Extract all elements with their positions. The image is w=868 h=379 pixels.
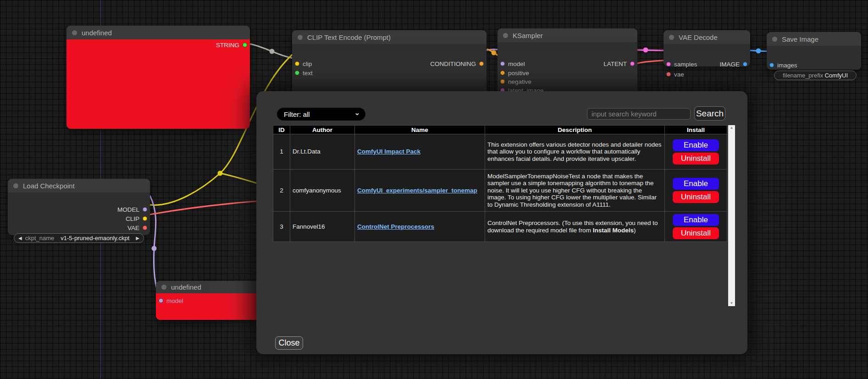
output-slot-conditioning-dot[interactable] xyxy=(479,61,484,66)
table-row: 1 Dr.Lt.Data ComfyUI Impact Pack This ex… xyxy=(273,134,727,170)
node-title-bar[interactable]: VAE Decode xyxy=(663,30,750,44)
node-vae-decode[interactable]: VAE Decode samples vae IMAGE xyxy=(663,30,750,66)
node-collapse-dot[interactable] xyxy=(161,285,166,290)
scroll-down-icon[interactable]: ▼ xyxy=(730,301,734,306)
node-collapse-dot[interactable] xyxy=(72,30,77,35)
node-title-bar[interactable]: KSampler xyxy=(498,28,637,42)
filename-prefix-widget[interactable]: filename_prefix ComfyUI xyxy=(774,71,857,80)
ckpt-prev-icon[interactable]: ◀ xyxy=(18,236,22,241)
input-slot-positive-dot[interactable] xyxy=(500,71,505,75)
node-title: undefined xyxy=(171,283,201,291)
node-title: KSampler xyxy=(513,32,543,39)
output-slot-conditioning-label: CONDITIONING xyxy=(430,60,476,67)
node-title-bar[interactable]: undefined xyxy=(66,26,250,39)
cell-author: Fannovel16 xyxy=(290,212,355,242)
input-slot-model-dot[interactable] xyxy=(159,298,163,303)
input-slot-samples-dot[interactable] xyxy=(666,62,671,66)
close-button[interactable]: Close xyxy=(275,336,303,350)
cell-description: ControlNet Preprocessors. (To use this e… xyxy=(485,212,665,242)
node-title: VAE Decode xyxy=(679,33,718,41)
uninstall-button[interactable]: Uninstall xyxy=(673,191,719,203)
node-title-bar[interactable]: Load Checkpoint xyxy=(8,179,150,192)
ckpt-name-widget[interactable]: ◀ ckpt_name v1-5-pruned-emaonly.ckpt ▶ xyxy=(14,233,144,243)
table-row: 3 Fannovel16 ControlNet Preprocessors Co… xyxy=(273,212,727,242)
search-button[interactable]: Search xyxy=(694,106,725,121)
input-slot-negative-label: negative xyxy=(508,78,531,85)
output-slot-latent-dot[interactable] xyxy=(630,61,635,66)
extension-link[interactable]: ControlNet Preprocessors xyxy=(357,223,434,230)
enable-button[interactable]: Enable xyxy=(673,178,719,190)
extension-link[interactable]: ComfyUI Impact Pack xyxy=(357,148,420,155)
output-slot-model-dot[interactable] xyxy=(143,207,147,212)
enable-button[interactable]: Enable xyxy=(673,214,719,226)
search-input[interactable] xyxy=(587,108,691,120)
node-collapse-dot[interactable] xyxy=(298,35,303,40)
output-slot-clip-dot[interactable] xyxy=(143,216,147,221)
cell-id: 3 xyxy=(273,212,290,242)
enable-button[interactable]: Enable xyxy=(673,139,719,151)
ckpt-widget-value[interactable]: v1-5-pruned-emaonly.ckpt xyxy=(61,235,129,242)
node-title-bar[interactable]: Save Image xyxy=(767,32,861,46)
output-slot-image-label: IMAGE xyxy=(719,61,740,68)
wire-model-dot[interactable] xyxy=(152,246,157,251)
node-undefined-top[interactable]: undefined STRING xyxy=(66,26,250,129)
cell-author: Dr.Lt.Data xyxy=(290,134,355,170)
node-save-image[interactable]: Save Image images filename_prefix ComfyU… xyxy=(767,32,861,70)
uninstall-button[interactable]: Uninstall xyxy=(673,227,719,239)
node-title: Save Image xyxy=(782,35,818,43)
wire-clip-dot[interactable] xyxy=(218,171,223,176)
wire-image-dot[interactable] xyxy=(756,49,761,54)
output-slot-string-label: STRING xyxy=(216,42,239,49)
input-slot-positive-label: positive xyxy=(508,70,529,77)
input-slot-negative-dot[interactable] xyxy=(500,79,505,84)
extensions-table: ID Author Name Description Install 1 Dr.… xyxy=(273,125,727,242)
node-collapse-dot[interactable] xyxy=(13,183,18,188)
filename-prefix-label: filename_prefix xyxy=(783,72,823,79)
output-slot-string-dot[interactable] xyxy=(243,43,247,47)
input-slot-clip-label: clip xyxy=(303,60,312,67)
header-author: Author xyxy=(290,126,355,134)
output-slot-image-dot[interactable] xyxy=(743,62,747,66)
ckpt-next-icon[interactable]: ▶ xyxy=(136,236,139,241)
input-slot-text-label: text xyxy=(303,70,313,77)
input-slot-samples-label: samples xyxy=(674,61,697,68)
output-slot-vae-dot[interactable] xyxy=(143,225,147,230)
input-slot-images-dot[interactable] xyxy=(769,63,774,67)
filename-prefix-value[interactable]: ComfyUI xyxy=(824,72,848,79)
wire-string-dot[interactable] xyxy=(270,49,275,54)
table-row: 2 comfyanonymous ComfyUI_experiments/sam… xyxy=(273,170,727,212)
node-collapse-dot[interactable] xyxy=(503,33,508,38)
input-slot-model-dot[interactable] xyxy=(500,61,505,66)
header-id: ID xyxy=(273,126,290,134)
node-collapse-dot[interactable] xyxy=(669,35,674,40)
input-slot-model-label: model xyxy=(508,60,525,67)
input-slot-images-label: images xyxy=(777,62,797,69)
filter-select[interactable]: Filter: all xyxy=(277,108,365,121)
wire-latent-out[interactable] xyxy=(636,50,667,50)
wire-conditioning-dot[interactable] xyxy=(492,50,497,55)
input-slot-clip-dot[interactable] xyxy=(295,61,299,66)
header-description: Description xyxy=(485,126,665,134)
ckpt-widget-label: ckpt_name xyxy=(25,235,55,242)
extension-link[interactable]: ComfyUI_experiments/sampler_tonemap xyxy=(357,187,477,194)
node-load-checkpoint[interactable]: Load Checkpoint MODEL CLIP VAE ◀ ckpt_na… xyxy=(8,179,150,235)
uninstall-button[interactable]: Uninstall xyxy=(673,153,719,165)
output-slot-clip-label: CLIP xyxy=(126,215,139,222)
node-collapse-dot[interactable] xyxy=(772,37,777,42)
table-scrollbar[interactable]: ▲ ▼ xyxy=(728,125,735,306)
node-title: undefined xyxy=(82,29,112,37)
filter-select-wrap: Filter: all ⌄ xyxy=(277,108,365,121)
cell-id: 1 xyxy=(273,134,290,170)
node-title: CLIP Text Encode (Prompt) xyxy=(307,33,391,41)
cell-id: 2 xyxy=(273,170,290,212)
scroll-up-icon[interactable]: ▲ xyxy=(730,125,734,131)
wire-latent-dot[interactable] xyxy=(643,48,648,53)
header-name: Name xyxy=(355,126,485,134)
node-title-bar[interactable]: CLIP Text Encode (Prompt) xyxy=(292,30,487,44)
header-install: Install xyxy=(665,126,727,134)
output-slot-vae-label: VAE xyxy=(127,225,139,231)
extensions-table-wrap: ID Author Name Description Install 1 Dr.… xyxy=(273,125,735,306)
output-slot-latent-label: LATENT xyxy=(603,60,627,67)
input-slot-text-dot[interactable] xyxy=(295,71,299,75)
input-slot-vae-dot[interactable] xyxy=(666,72,671,77)
